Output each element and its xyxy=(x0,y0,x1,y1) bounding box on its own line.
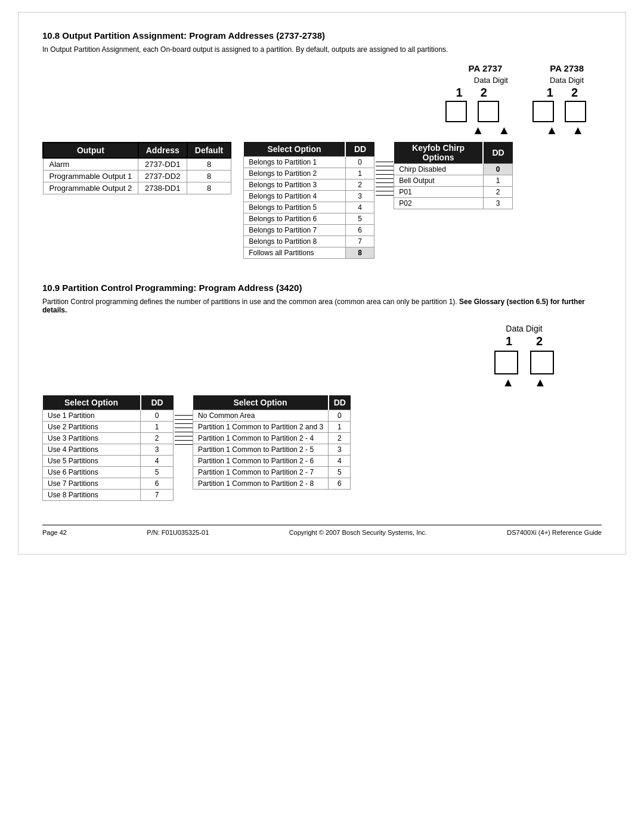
arrow-up-109-1: ▲ xyxy=(502,376,514,389)
keyfob-row4-label: P02 xyxy=(394,198,484,209)
keyfob-row3-num: 2 xyxy=(483,187,512,198)
list-item: Partition 1 Common to Partition 2 - 7 5 xyxy=(193,467,351,478)
left-select-109-table: Select Option DD Use 1 Partition 0 Use 2… xyxy=(42,395,174,501)
list-item: No Common Area 0 xyxy=(193,410,351,422)
rs-row3: Partition 1 Common to Partition 2 - 4 xyxy=(193,433,329,444)
list-item: Partition 1 Common to Partition 2 and 3 … xyxy=(193,422,351,433)
list-item: Use 7 Partitions 6 xyxy=(43,478,174,490)
output-row2-def: 8 xyxy=(187,171,231,182)
dd-digit1-109: 1 xyxy=(506,335,512,348)
ls-row8-num: 7 xyxy=(141,490,174,501)
section-10-8: 10.8 Output Partition Assignment: Progra… xyxy=(42,30,602,259)
keyfob-row1-label: Chirp Disabled xyxy=(394,164,484,175)
rs-row2-num: 1 xyxy=(329,422,351,433)
ls-row7: Use 7 Partitions xyxy=(43,478,141,490)
footer-page: Page 42 xyxy=(42,529,67,536)
output-row3-name: Programmable Output 2 xyxy=(43,182,138,194)
list-item: Use 8 Partitions 7 xyxy=(43,490,174,501)
default-col-header: Default xyxy=(187,143,231,158)
rs-row4-num: 3 xyxy=(329,444,351,456)
rs-row7-num: 6 xyxy=(329,478,351,490)
ls-row3-num: 2 xyxy=(141,433,174,444)
output-row1-def: 8 xyxy=(187,158,231,171)
so-row3-label: Belongs to Partition 3 xyxy=(244,179,346,191)
right-select-109-wrapper: Select Option DD No Common Area 0 Partit… xyxy=(193,395,351,490)
ls-row3: Use 3 Partitions xyxy=(43,433,141,444)
output-col-header: Output xyxy=(43,143,138,158)
select-option-108-header: Select Option xyxy=(244,142,346,157)
keyfob-table: Keyfob Chirp Options DD Chirp Disabled 0 xyxy=(394,142,513,209)
right-select-dd: DD xyxy=(329,395,351,410)
rs-row5-num: 4 xyxy=(329,456,351,467)
address-col-header: Address xyxy=(138,143,187,158)
dd1-box-109 xyxy=(494,351,518,374)
list-item: Belongs to Partition 5 4 xyxy=(244,202,374,213)
ls-row4-num: 3 xyxy=(141,444,174,456)
pa2737-dd2-box xyxy=(478,101,499,122)
select-option-108-table: Select Option DD Belongs to Partition 1 … xyxy=(243,142,374,259)
so-row5-label: Belongs to Partition 5 xyxy=(244,202,346,213)
section-109-bold: See Glossary (section 6.5) for further d… xyxy=(42,298,585,314)
list-item: Use 2 Partitions 1 xyxy=(43,422,174,433)
output-row1-addr: 2737-DD1 xyxy=(138,158,187,171)
list-item: Partition 1 Common to Partition 2 - 4 2 xyxy=(193,433,351,444)
left-select-header: Select Option xyxy=(43,395,141,410)
left-select-dd: DD xyxy=(141,395,174,410)
pa2737-dd1-box xyxy=(445,101,467,122)
arrow-up-4: ▲ xyxy=(572,123,584,137)
so-row9-num: 8 xyxy=(345,247,374,259)
output-row2-addr: 2737-DD2 xyxy=(138,171,187,182)
rs-row3-num: 2 xyxy=(329,433,351,444)
keyfob-row1-num: 0 xyxy=(483,164,512,175)
ls-row2-num: 1 xyxy=(141,422,174,433)
section-108-title: 10.8 Output Partition Assignment: Progra… xyxy=(42,30,602,41)
data-digit-label-2: Data Digit xyxy=(550,76,584,85)
so-row1-num: 0 xyxy=(345,157,374,168)
ls-row5: Use 5 Partitions xyxy=(43,456,141,467)
so-row5-num: 4 xyxy=(345,202,374,213)
list-item: Belongs to Partition 2 1 xyxy=(244,168,374,179)
ls-row6: Use 6 Partitions xyxy=(43,467,141,478)
ls-row2: Use 2 Partitions xyxy=(43,422,141,433)
rs-row1: No Common Area xyxy=(193,410,329,422)
list-item: Partition 1 Common to Partition 2 - 6 4 xyxy=(193,456,351,467)
keyfob-dd: DD xyxy=(483,142,512,164)
output-row2-name: Programmable Output 1 xyxy=(43,171,138,182)
pa2738-dd1-box xyxy=(532,101,554,122)
pa2738-digit2: 2 xyxy=(571,86,578,100)
so-row9-label: Follows all Partitions xyxy=(244,247,346,259)
list-item: Belongs to Partition 3 2 xyxy=(244,179,374,191)
keyfob-line2: Options xyxy=(401,153,476,162)
right-select-header: Select Option xyxy=(193,395,329,410)
data-digit-label-1: Data Digit xyxy=(474,76,508,85)
so-row3-num: 2 xyxy=(345,179,374,191)
keyfob-row4-num: 3 xyxy=(483,198,512,209)
so-row8-label: Belongs to Partition 8 xyxy=(244,236,346,247)
pa2737-digit2: 2 xyxy=(481,86,487,100)
ls-row1: Use 1 Partition xyxy=(43,410,141,422)
so-row4-num: 3 xyxy=(345,191,374,202)
section-109-title: 10.9 Partition Control Programming: Prog… xyxy=(42,283,602,293)
pa2737-label: PA 2737 xyxy=(469,63,503,73)
section-108-desc: In Output Partition Assignment, each On-… xyxy=(42,45,602,54)
rs-row7: Partition 1 Common to Partition 2 - 8 xyxy=(193,478,329,490)
so-row7-label: Belongs to Partition 7 xyxy=(244,225,346,236)
list-item: Follows all Partitions 8 xyxy=(244,247,374,259)
pa2737-digit1: 1 xyxy=(456,86,463,100)
list-item: P02 3 xyxy=(394,198,513,209)
list-item: Use 4 Partitions 3 xyxy=(43,444,174,456)
output-table-wrapper: Output Address Default Alarm 2737-DD1 8 … xyxy=(42,142,231,194)
so-row4-label: Belongs to Partition 4 xyxy=(244,191,346,202)
output-row3-def: 8 xyxy=(187,182,231,194)
rs-row1-num: 0 xyxy=(329,410,351,422)
rs-row4: Partition 1 Common to Partition 2 - 5 xyxy=(193,444,329,456)
ls-row7-num: 6 xyxy=(141,478,174,490)
so-row2-num: 1 xyxy=(345,168,374,179)
dd-digit2-109: 2 xyxy=(536,335,543,348)
ls-row1-num: 0 xyxy=(141,410,174,422)
list-item: Belongs to Partition 4 3 xyxy=(244,191,374,202)
section-109-desc: Partition Control programming defines th… xyxy=(42,298,602,314)
keyfob-wrapper: Keyfob Chirp Options DD Chirp Disabled 0 xyxy=(394,142,513,209)
so-row6-label: Belongs to Partition 6 xyxy=(244,213,346,225)
list-item: P01 2 xyxy=(394,187,513,198)
